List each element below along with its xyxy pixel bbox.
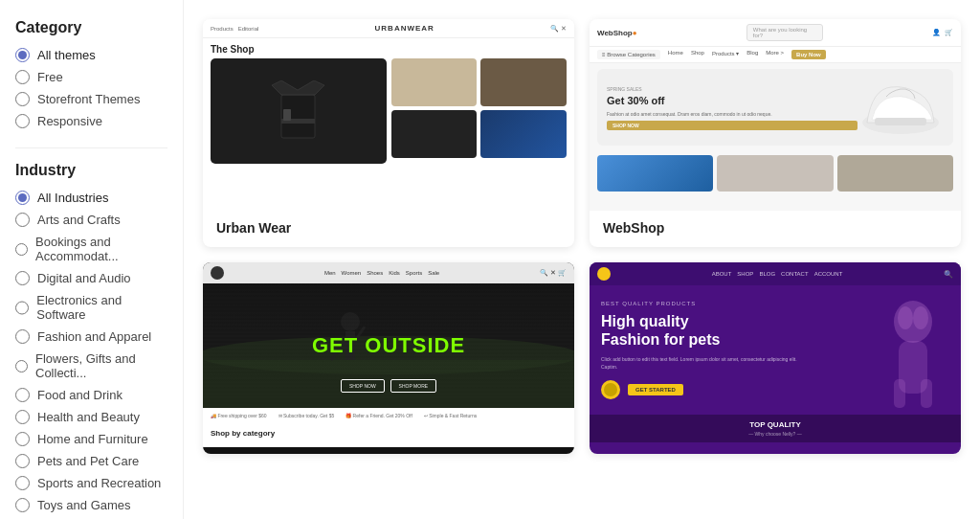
pet-silhouette: [875, 293, 951, 427]
theme-card-pets[interactable]: ABOUT SHOP BLOG CONTACT ACCOUNT 🔍 BEST Q…: [590, 262, 961, 454]
themes-grid: Products Editorial URBANWEAR 🔍 ✕ The Sho…: [184, 0, 980, 519]
sidebar-divider: [15, 147, 167, 148]
category-all-themes[interactable]: All themes: [15, 48, 167, 62]
svg-rect-5: [875, 118, 926, 125]
theme-card-get-outside[interactable]: Men Women Shoes Kids Sports Sale 🔍 ✕ 🛒: [203, 262, 574, 454]
industry-toys[interactable]: Toys and Games: [15, 498, 167, 512]
svg-point-9: [341, 312, 360, 331]
svg-rect-3: [283, 109, 291, 121]
pets-preview: ABOUT SHOP BLOG CONTACT ACCOUNT 🔍 BEST Q…: [590, 262, 961, 454]
getoutside-hero: GET OUTSIDE SHOP NOW SHOP MORE: [203, 283, 574, 408]
category-title: Category: [15, 19, 167, 36]
industry-digital[interactable]: Digital and Audio: [15, 271, 167, 285]
industry-arts[interactable]: Arts and Crafts: [15, 213, 167, 227]
industry-sports[interactable]: Sports and Recreation: [15, 476, 167, 490]
sidebar: Category All themes Free Storefront Them…: [0, 0, 184, 519]
industry-health[interactable]: Health and Beauty: [15, 410, 167, 424]
svg-rect-15: [894, 379, 905, 408]
theme-card-webshop[interactable]: WebShop● What are you looking for? 👤🛒 ≡ …: [590, 19, 961, 247]
industry-all[interactable]: All Industries: [15, 191, 167, 205]
shoe-illustration: [858, 70, 944, 147]
svg-point-17: [898, 306, 913, 329]
theme-card-urban-wear[interactable]: Products Editorial URBANWEAR 🔍 ✕ The Sho…: [203, 19, 574, 247]
svg-marker-1: [272, 80, 324, 95]
industry-filter-group: All Industries Arts and Crafts Bookings …: [15, 191, 167, 512]
webshop-preview: WebShop● What are you looking for? 👤🛒 ≡ …: [590, 19, 961, 211]
svg-rect-16: [921, 379, 932, 408]
svg-point-18: [913, 306, 928, 329]
industry-fashion[interactable]: Fashion and Apparel: [15, 329, 167, 344]
webshop-label: WebShop: [590, 211, 961, 247]
getoutside-title: GET OUTSIDE: [312, 333, 465, 358]
industry-electronics[interactable]: Electronics and Software: [15, 293, 167, 322]
industry-flowers[interactable]: Flowers, Gifts and Collecti...: [15, 351, 167, 380]
shirt-illustration: [272, 80, 324, 143]
category-responsive[interactable]: Responsive: [15, 114, 167, 128]
category-storefront[interactable]: Storefront Themes: [15, 92, 167, 106]
industry-title: Industry: [15, 162, 167, 179]
industry-home[interactable]: Home and Furniture: [15, 432, 167, 446]
industry-bookings[interactable]: Bookings and Accommodat...: [15, 235, 167, 263]
category-free[interactable]: Free: [15, 70, 167, 84]
industry-pets[interactable]: Pets and Pet Care: [15, 454, 167, 468]
urban-wear-label: Urban Wear: [203, 211, 574, 247]
getoutside-preview: Men Women Shoes Kids Sports Sale 🔍 ✕ 🛒: [203, 262, 574, 454]
urban-wear-preview: Products Editorial URBANWEAR 🔍 ✕ The Sho…: [203, 19, 574, 211]
pets-tagline: — Why choose Nelly? —: [601, 431, 949, 437]
industry-food[interactable]: Food and Drink: [15, 388, 167, 402]
category-filter-group: All themes Free Storefront Themes Respon…: [15, 48, 167, 128]
uw-header: Products Editorial URBANWEAR 🔍 ✕: [203, 19, 574, 38]
